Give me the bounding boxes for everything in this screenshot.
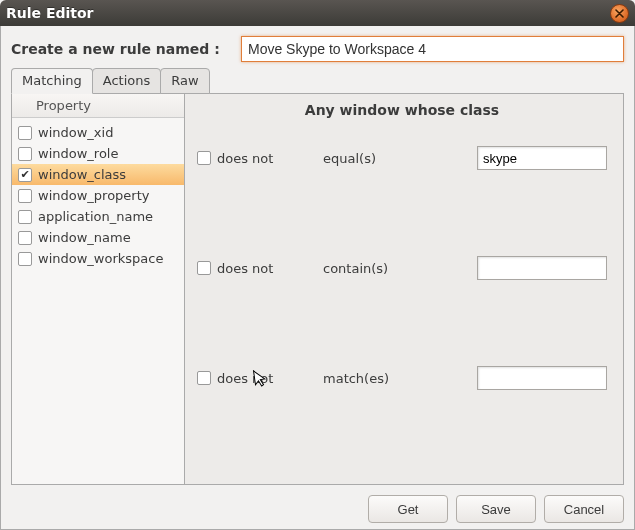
property-label: window_workspace xyxy=(38,251,163,266)
rule-row-matches: does not match(es) xyxy=(197,366,607,390)
rule-row-contains: does not contain(s) xyxy=(197,256,607,280)
checkbox-icon[interactable] xyxy=(18,189,32,203)
negate-checkbox-icon[interactable] xyxy=(197,371,211,385)
tab-bar: Matching Actions Raw xyxy=(11,68,624,94)
rule-name-input[interactable] xyxy=(241,36,624,62)
operator-label: contain(s) xyxy=(323,261,477,276)
property-row-application-name[interactable]: application_name xyxy=(12,206,184,227)
rule-main: Any window whose class does not equal(s)… xyxy=(185,94,623,484)
property-label: window_name xyxy=(38,230,131,245)
button-bar: Get Save Cancel xyxy=(11,485,624,523)
checkbox-icon[interactable] xyxy=(18,126,32,140)
get-button[interactable]: Get xyxy=(368,495,448,523)
checkbox-icon[interactable]: ✔ xyxy=(18,168,32,182)
property-label: window_property xyxy=(38,188,149,203)
property-label: window_class xyxy=(38,167,126,182)
property-label: window_role xyxy=(38,146,118,161)
value-input-equals[interactable] xyxy=(477,146,607,170)
operator-label: match(es) xyxy=(323,371,477,386)
create-label: Create a new rule named : xyxy=(11,41,241,57)
negate-label: does not xyxy=(217,371,273,386)
property-row-window-class[interactable]: ✔ window_class xyxy=(12,164,184,185)
tab-matching[interactable]: Matching xyxy=(11,68,93,94)
negate-checkbox-icon[interactable] xyxy=(197,151,211,165)
create-row: Create a new rule named : xyxy=(11,36,624,62)
negate-label: does not xyxy=(217,261,273,276)
property-column-header[interactable]: Property xyxy=(12,94,184,118)
property-sidebar: Property window_xid window_role ✔ window… xyxy=(12,94,185,484)
checkbox-icon[interactable] xyxy=(18,231,32,245)
value-input-matches[interactable] xyxy=(477,366,607,390)
property-row-window-property[interactable]: window_property xyxy=(12,185,184,206)
property-row-window-name[interactable]: window_name xyxy=(12,227,184,248)
property-label: application_name xyxy=(38,209,153,224)
value-input-contains[interactable] xyxy=(477,256,607,280)
rule-row-equals: does not equal(s) xyxy=(197,146,607,170)
close-icon[interactable] xyxy=(610,4,629,23)
titlebar: Rule Editor xyxy=(0,0,635,26)
operator-label: equal(s) xyxy=(323,151,477,166)
checkbox-icon[interactable] xyxy=(18,252,32,266)
property-list: window_xid window_role ✔ window_class wi… xyxy=(12,118,184,273)
negate-label: does not xyxy=(217,151,273,166)
rule-heading: Any window whose class xyxy=(197,102,607,118)
property-row-window-role[interactable]: window_role xyxy=(12,143,184,164)
tab-actions[interactable]: Actions xyxy=(92,68,162,94)
negate-checkbox-icon[interactable] xyxy=(197,261,211,275)
property-row-window-workspace[interactable]: window_workspace xyxy=(12,248,184,269)
tab-content: Property window_xid window_role ✔ window… xyxy=(11,93,624,485)
window-body: Create a new rule named : Matching Actio… xyxy=(0,26,635,530)
window-title: Rule Editor xyxy=(6,5,610,21)
checkbox-icon[interactable] xyxy=(18,210,32,224)
checkbox-icon[interactable] xyxy=(18,147,32,161)
cancel-button[interactable]: Cancel xyxy=(544,495,624,523)
tab-raw[interactable]: Raw xyxy=(160,68,209,94)
property-row-window-xid[interactable]: window_xid xyxy=(12,122,184,143)
property-label: window_xid xyxy=(38,125,113,140)
save-button[interactable]: Save xyxy=(456,495,536,523)
